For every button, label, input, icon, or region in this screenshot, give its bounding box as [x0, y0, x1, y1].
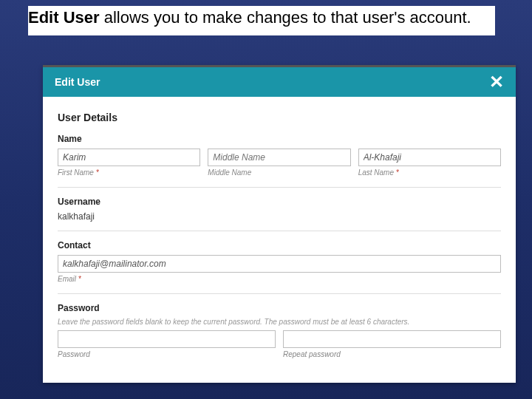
slide-caption: Edit User allows you to make changes to …: [28, 6, 495, 35]
repeat-password-input[interactable]: [283, 330, 501, 348]
password-group-label: Password: [58, 303, 501, 313]
email-field: Email *: [58, 255, 501, 283]
caption-rest: allows you to make changes to that user'…: [100, 8, 471, 27]
password-field: Password: [58, 330, 276, 358]
password-help-text: Leave the password fields blank to keep …: [58, 318, 501, 326]
repeat-password-field: Repeat password: [283, 330, 501, 358]
first-name-input[interactable]: [58, 149, 200, 166]
name-field-row: First Name * Middle Name Last Name *: [58, 149, 501, 177]
modal-title: Edit User: [55, 76, 100, 88]
modal-header: Edit User ✕: [43, 65, 516, 97]
last-name-input[interactable]: [358, 149, 501, 166]
email-label: Email *: [58, 275, 501, 283]
edit-user-modal: Edit User ✕ User Details Name First Name…: [43, 65, 516, 383]
password-label: Password: [58, 350, 276, 358]
contact-block: Contact Email *: [58, 240, 501, 283]
last-name-label: Last Name *: [358, 168, 501, 177]
last-name-field: Last Name *: [358, 149, 501, 177]
username-block: Username kalkhafaji: [58, 197, 501, 231]
divider: [58, 187, 501, 188]
middle-name-label: Middle Name: [208, 168, 350, 177]
password-block: Password Leave the password fields blank…: [58, 303, 501, 358]
repeat-password-label: Repeat password: [283, 350, 501, 358]
middle-name-field: Middle Name: [208, 149, 350, 177]
caption-bold: Edit User: [28, 8, 100, 27]
password-input[interactable]: [58, 330, 276, 348]
close-icon[interactable]: ✕: [489, 73, 504, 91]
slide: Edit User allows you to make changes to …: [0, 0, 532, 399]
contact-group-label: Contact: [58, 240, 501, 250]
email-input[interactable]: [58, 255, 501, 273]
password-field-row: Password Repeat password: [58, 330, 501, 358]
first-name-label: First Name *: [58, 168, 200, 177]
middle-name-input[interactable]: [208, 149, 350, 166]
username-value: kalkhafaji: [58, 211, 501, 222]
divider: [58, 293, 501, 294]
name-block: Name First Name * Middle Name: [58, 134, 501, 177]
modal-body: User Details Name First Name * Middle Na…: [43, 97, 516, 373]
first-name-field: First Name *: [58, 149, 200, 177]
username-group-label: Username: [58, 197, 501, 207]
name-group-label: Name: [58, 134, 501, 144]
section-title-user-details: User Details: [58, 112, 501, 123]
contact-field-row: Email *: [58, 255, 501, 283]
